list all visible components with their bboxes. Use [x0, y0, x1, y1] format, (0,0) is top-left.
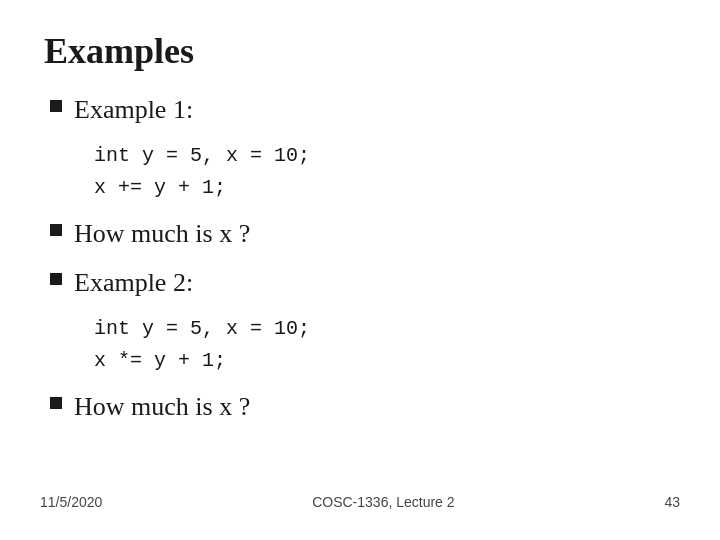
slide-content: Example 1: int y = 5, x = 10; x += y + 1… [40, 92, 680, 484]
bullet-item-2: How much is x ? [50, 216, 680, 252]
code-line-2-1: int y = 5, x = 10; [94, 313, 680, 345]
code-line-1-1: int y = 5, x = 10; [94, 140, 680, 172]
bullet-item-1: Example 1: [50, 92, 680, 128]
footer-page: 43 [664, 494, 680, 510]
code-line-2-2: x *= y + 1; [94, 345, 680, 377]
slide: Examples Example 1: int y = 5, x = 10; x… [0, 0, 720, 540]
bullet-text-1: Example 1: [74, 92, 193, 128]
bullet-text-4: How much is x ? [74, 389, 250, 425]
bullet-square-3 [50, 273, 62, 285]
slide-footer: 11/5/2020 COSC-1336, Lecture 2 43 [40, 484, 680, 510]
bullet-square-1 [50, 100, 62, 112]
bullet-item-3: Example 2: [50, 265, 680, 301]
bullet-text-3: Example 2: [74, 265, 193, 301]
footer-course: COSC-1336, Lecture 2 [312, 494, 454, 510]
code-block-1: int y = 5, x = 10; x += y + 1; [50, 140, 680, 204]
slide-title: Examples [40, 30, 680, 72]
footer-date: 11/5/2020 [40, 494, 102, 510]
bullet-square-2 [50, 224, 62, 236]
bullet-text-2: How much is x ? [74, 216, 250, 252]
bullet-square-4 [50, 397, 62, 409]
bullet-item-4: How much is x ? [50, 389, 680, 425]
code-block-2: int y = 5, x = 10; x *= y + 1; [50, 313, 680, 377]
code-line-1-2: x += y + 1; [94, 172, 680, 204]
